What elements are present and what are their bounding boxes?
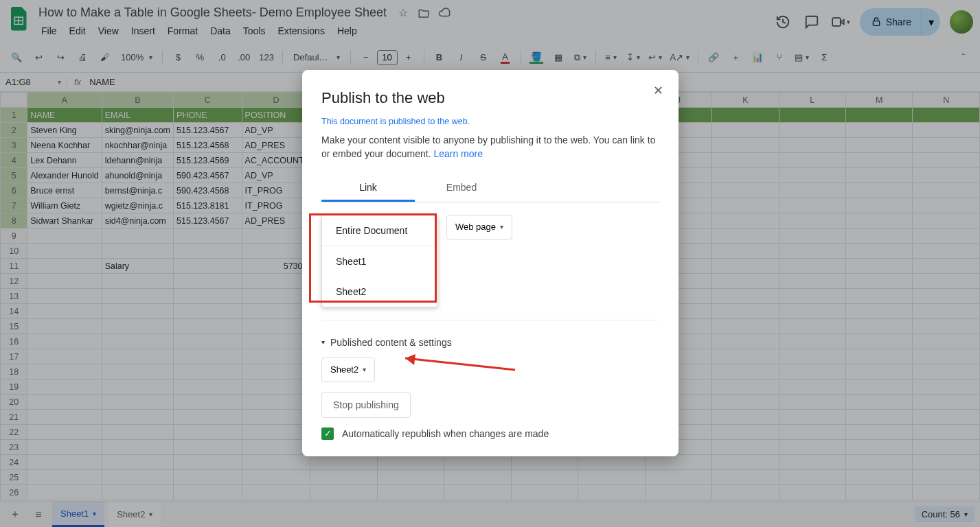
auto-republish-label: Automatically republish when changes are… bbox=[342, 428, 549, 439]
publish-dialog: ✕ Publish to the web This document is pu… bbox=[302, 70, 679, 456]
learn-more-link[interactable]: Learn more bbox=[433, 148, 483, 159]
dd-option-sheet2[interactable]: Sheet2 bbox=[322, 277, 437, 307]
content-dropdown-open: Entire Document Sheet1 Sheet2 bbox=[321, 215, 438, 307]
close-icon[interactable]: ✕ bbox=[650, 82, 666, 99]
tab-link[interactable]: Link bbox=[321, 175, 415, 202]
dialog-description: Make your content visible to anyone by p… bbox=[321, 133, 659, 161]
tab-embed[interactable]: Embed bbox=[415, 175, 508, 202]
published-note: This document is published to the web. bbox=[321, 117, 659, 126]
auto-republish-checkbox[interactable]: ✓ bbox=[321, 428, 334, 440]
stop-publishing-button[interactable]: Stop publishing bbox=[321, 392, 411, 418]
dd-option-sheet1[interactable]: Sheet1 bbox=[322, 246, 437, 277]
published-settings-toggle[interactable]: ▾Published content & settings bbox=[321, 337, 659, 348]
published-sheets-dropdown[interactable]: Sheet2▾ bbox=[321, 358, 375, 382]
dialog-title: Publish to the web bbox=[321, 89, 659, 107]
format-dropdown[interactable]: Web page▾ bbox=[446, 215, 512, 239]
dd-option-entire[interactable]: Entire Document bbox=[322, 215, 437, 246]
